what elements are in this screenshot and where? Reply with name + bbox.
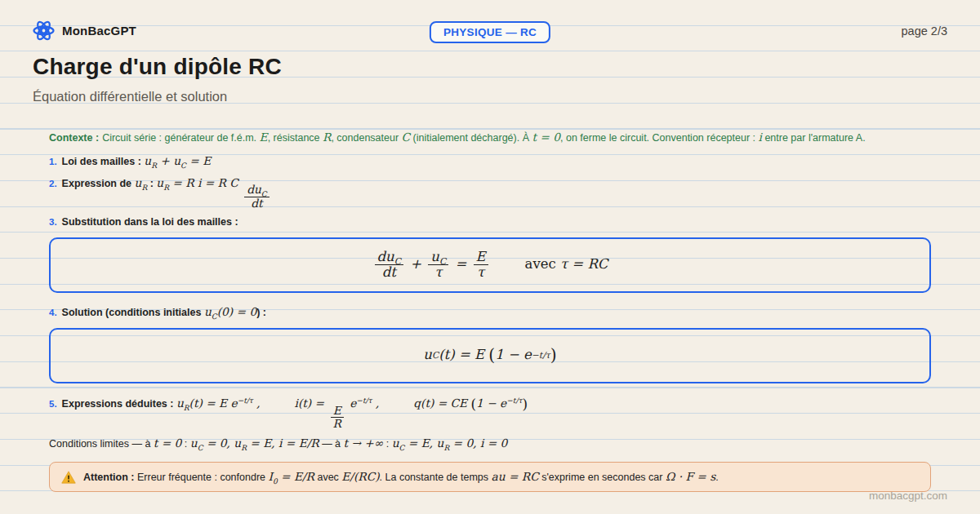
warning-text: Attention : Erreur fréquente : confondre… bbox=[83, 468, 919, 485]
item-content: Expressions déduites : uR(t) = E e−t/τ ,… bbox=[62, 398, 528, 410]
context-label: Contexte : bbox=[49, 132, 99, 144]
page-indicator: page 2/3 bbox=[902, 24, 947, 38]
page-title: Charge d'un dipôle RC bbox=[33, 54, 947, 80]
page-subtitle: Équation différentielle et solution bbox=[33, 89, 947, 104]
item-1-loi-des-mailles: 1.Loi des mailles : uR + uC = E bbox=[49, 153, 931, 170]
item-content: Substitution dans la loi des mailles : bbox=[62, 216, 238, 228]
content: Contexte :Circuit série : générateur de … bbox=[49, 129, 931, 492]
equation-box-solution: uC(t) = E (1 − e−t/τ) bbox=[49, 328, 931, 383]
item-content: Loi des mailles : uR + uC = E bbox=[62, 156, 212, 167]
item-number: 3. bbox=[49, 217, 57, 227]
item-number: 4. bbox=[49, 308, 57, 317]
item-4-solution: 4.Solution (conditions initiales uC(0) =… bbox=[49, 304, 931, 321]
brand: MonBacGPT bbox=[33, 20, 136, 42]
item-number: 1. bbox=[49, 157, 57, 166]
item-content: Solution (conditions initiales uC(0) = 0… bbox=[62, 307, 266, 318]
header: MonBacGPT PHYSIQUE — RC page 2/3 bbox=[0, 0, 980, 42]
conditions-line: Conditions limites — à t = 0 : uC = 0, u… bbox=[49, 435, 931, 452]
subject-badge: PHYSIQUE — RC bbox=[430, 21, 550, 43]
item-number: 5. bbox=[49, 399, 57, 409]
brand-name: MonBacGPT bbox=[62, 24, 136, 38]
item-3-substitution: 3.Substitution dans la loi des mailles : bbox=[49, 215, 931, 230]
equation-box-differential: duCdt + uCτ = Eτavec τ = RC bbox=[49, 237, 931, 293]
warning-box: Attention : Erreur fréquente : confondre… bbox=[49, 462, 931, 492]
context-line: Contexte :Circuit série : générateur de … bbox=[49, 129, 931, 146]
warning-triangle-icon bbox=[61, 471, 76, 484]
item-5-expressions-deduites: 5.Expressions déduites : uR(t) = E e−t/τ… bbox=[49, 394, 931, 431]
study-card-page: MonBacGPT PHYSIQUE — RC page 2/3 Charge … bbox=[0, 0, 980, 514]
item-number: 2. bbox=[49, 179, 57, 188]
context-text: Circuit série : générateur de f.é.m. E, … bbox=[102, 132, 866, 144]
footer-site: monbacgpt.com bbox=[869, 490, 947, 502]
item-2-expression-ur: 2.Expression de uR : uR = R i = R C duCd… bbox=[49, 175, 931, 210]
react-atom-icon bbox=[33, 20, 55, 42]
item-content: Expression de uR : uR = R i = R C duCdt bbox=[62, 178, 272, 189]
